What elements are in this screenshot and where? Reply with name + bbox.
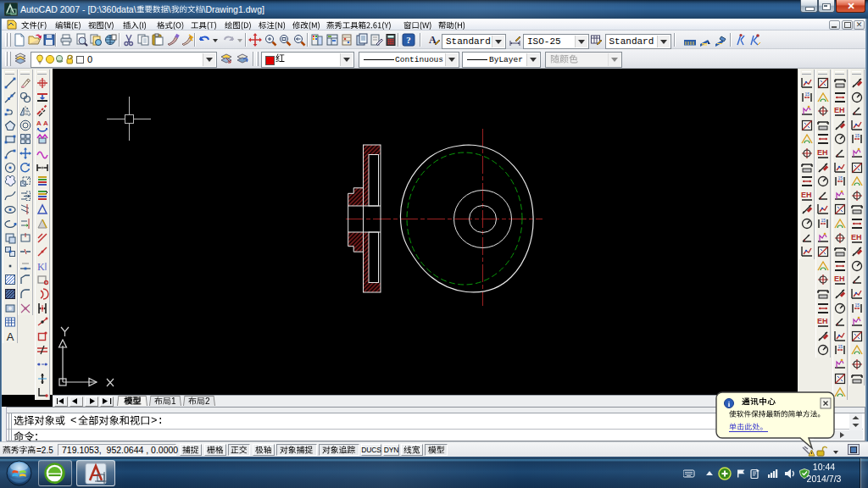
svg-text:15: 15 xyxy=(838,175,843,180)
svg-text:15: 15 xyxy=(821,218,826,223)
svg-text:EH: EH xyxy=(817,148,828,157)
svg-text:A: A xyxy=(43,119,48,127)
svg-text:EH: EH xyxy=(801,191,812,199)
svg-text:EH: EH xyxy=(834,106,845,114)
svg-text:EH: EH xyxy=(817,317,828,325)
svg-text:EH: EH xyxy=(834,274,845,283)
svg-text:K: K xyxy=(37,260,45,272)
svg-text:15: 15 xyxy=(838,344,843,349)
svg-text:15: 15 xyxy=(855,133,860,138)
svg-text:?: ? xyxy=(406,35,411,45)
svg-text:15: 15 xyxy=(805,92,810,97)
svg-text:EH: EH xyxy=(851,233,862,241)
svg-text:15: 15 xyxy=(855,302,860,308)
svg-text:A: A xyxy=(36,119,42,127)
svg-text:A: A xyxy=(7,330,14,343)
